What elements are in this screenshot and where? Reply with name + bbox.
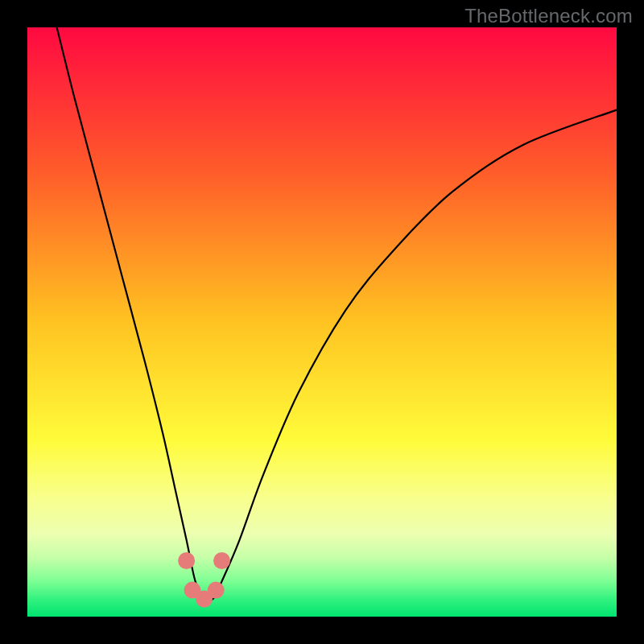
curve-marker [208,582,225,599]
chart-frame [27,27,617,617]
curve-marker [213,552,230,569]
bottleneck-chart [27,27,617,617]
gradient-background [27,27,617,617]
curve-marker [178,552,195,569]
watermark-text: TheBottleneck.com [464,5,633,27]
